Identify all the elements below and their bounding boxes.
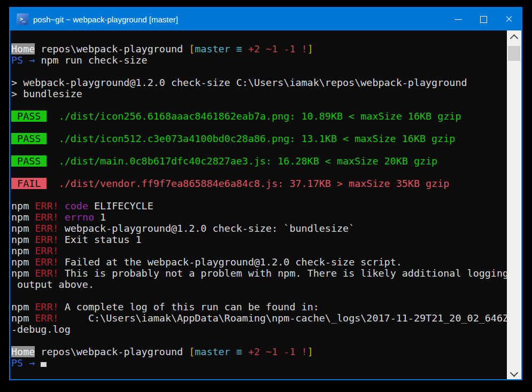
terminal-text: > bundlesize bbox=[11, 88, 82, 99]
fail-badge: FAIL bbox=[11, 178, 47, 189]
npm-err-label: ERR! bbox=[35, 234, 64, 245]
terminal-line bbox=[11, 189, 507, 200]
npm-err-label: ERR! bbox=[35, 268, 64, 279]
terminal-text: npm bbox=[11, 268, 35, 279]
git-status-counts: +2 ~1 -1 ! bbox=[248, 346, 307, 357]
terminal-text: npm bbox=[11, 211, 35, 223]
terminal-text: -debug.log bbox=[11, 324, 71, 335]
err-code-text: errno bbox=[65, 211, 100, 223]
terminal-line: PS → bbox=[11, 357, 507, 369]
scrollbar-thumb[interactable] bbox=[508, 46, 520, 61]
terminal-line bbox=[11, 167, 507, 178]
window-controls bbox=[446, 8, 521, 30]
terminal-output[interactable]: Home repos\webpack-playground [master ≡ … bbox=[10, 30, 507, 379]
terminal-text: npm bbox=[11, 223, 35, 234]
chevron-down-icon bbox=[510, 369, 519, 377]
terminal-line bbox=[11, 335, 507, 346]
terminal-line: npm ERR! bbox=[11, 245, 507, 256]
terminal-line: npm ERR! C:\Users\iamak\AppData\Roaming\… bbox=[11, 312, 507, 324]
window-title: posh~git ~ webpack-playground [master] bbox=[33, 15, 178, 24]
terminal-line: output above. bbox=[11, 279, 507, 290]
pass-text: ./dist/icon256.6168aaac8461862eab7a.png:… bbox=[47, 111, 461, 122]
terminal-line: PASS ./dist/icon256.6168aaac8461862eab7a… bbox=[11, 111, 507, 122]
terminal-line: npm ERR! Exit status 1 bbox=[11, 234, 507, 245]
terminal-line bbox=[11, 99, 507, 111]
err-code-text: code bbox=[65, 200, 94, 211]
title-bar: >_ posh~git ~ webpack-playground [master… bbox=[10, 8, 521, 30]
ps-prompt: PS → bbox=[11, 54, 41, 66]
git-branch-name: master ≡ bbox=[195, 346, 248, 357]
terminal-line: npm ERR! code ELIFECYCLE bbox=[11, 200, 507, 211]
scrollbar[interactable] bbox=[507, 30, 521, 379]
terminal-text: Failed at the webpack-playground@1.2.0 c… bbox=[65, 256, 402, 268]
terminal-line: PASS ./dist/main.0c8b617dfc40c2827ae3.js… bbox=[11, 155, 507, 167]
terminal-line: FAIL ./dist/vendor.ff9f7ea865884e6a84c8.… bbox=[11, 178, 507, 189]
terminal-line bbox=[11, 66, 507, 77]
terminal-text: npm bbox=[11, 301, 35, 312]
terminal-line: npm ERR! This is probably not a problem … bbox=[11, 268, 507, 279]
terminal-line: Home repos\webpack-playground [master ≡ … bbox=[11, 43, 507, 54]
terminal-text: This is probably not a problem with npm.… bbox=[65, 268, 507, 279]
npm-err-label: ERR! bbox=[35, 301, 64, 312]
home-badge: Home bbox=[11, 346, 35, 357]
pass-badge: PASS bbox=[11, 133, 47, 144]
terminal-window: >_ posh~git ~ webpack-playground [master… bbox=[9, 7, 522, 380]
home-badge: Home bbox=[11, 43, 35, 54]
terminal-line bbox=[11, 144, 507, 155]
git-branch-name: master ≡ bbox=[195, 43, 248, 54]
terminal-line: npm ERR! errno 1 bbox=[11, 211, 507, 223]
terminal-text: A complete log of this run can be found … bbox=[65, 301, 319, 312]
terminal-line: PASS ./dist/icon512.c3e073a4100bd0c28a86… bbox=[11, 133, 507, 144]
terminal-text: Exit status 1 bbox=[65, 234, 142, 245]
terminal-text: npm bbox=[11, 200, 35, 211]
terminal-text: output above. bbox=[11, 279, 94, 290]
npm-err-label: ERR! bbox=[35, 245, 58, 256]
terminal-text: repos\webpack-playground bbox=[35, 43, 189, 54]
terminal-text: 1 bbox=[100, 211, 106, 223]
maximize-icon bbox=[480, 16, 487, 23]
git-status-counts: +2 ~1 -1 ! bbox=[248, 43, 307, 54]
pass-text: ./dist/main.0c8b617dfc40c2827ae3.js: 16.… bbox=[47, 155, 437, 167]
window-body: Home repos\webpack-playground [master ≡ … bbox=[10, 30, 521, 379]
terminal-text: ELIFECYCLE bbox=[94, 200, 153, 211]
scroll-down-button[interactable] bbox=[507, 365, 521, 379]
terminal-line: Home repos\webpack-playground [master ≡ … bbox=[11, 346, 507, 357]
terminal-text: npm bbox=[11, 312, 35, 324]
terminal-text: webpack-playground@1.2.0 check-size: `bu… bbox=[65, 223, 355, 234]
terminal-text: npm run check-size bbox=[41, 54, 147, 66]
git-bracket: ] bbox=[307, 346, 313, 357]
npm-err-label: ERR! bbox=[35, 200, 64, 211]
pass-text: ./dist/icon512.c3e073a4100bd0c28a86.png:… bbox=[47, 133, 455, 144]
git-bracket: ] bbox=[307, 43, 313, 54]
npm-err-label: ERR! bbox=[35, 211, 64, 223]
scroll-up-button[interactable] bbox=[507, 30, 521, 45]
terminal-text: npm bbox=[11, 245, 35, 256]
maximize-button[interactable] bbox=[471, 8, 496, 30]
terminal-text: C:\Users\iamak\AppData\Roaming\npm-cache… bbox=[59, 312, 507, 324]
pass-badge: PASS bbox=[11, 155, 47, 167]
terminal-line: npm ERR! webpack-playground@1.2.0 check-… bbox=[11, 223, 507, 234]
npm-err-label: ERR! bbox=[35, 256, 64, 268]
terminal-line: -debug.log bbox=[11, 324, 507, 335]
terminal-line: > bundlesize bbox=[11, 88, 507, 99]
pass-badge: PASS bbox=[11, 111, 47, 122]
git-bracket: [ bbox=[189, 346, 195, 357]
npm-err-label: ERR! bbox=[35, 312, 58, 324]
npm-err-label: ERR! bbox=[35, 223, 64, 234]
close-icon bbox=[505, 15, 513, 23]
terminal-line: npm ERR! Failed at the webpack-playgroun… bbox=[11, 256, 507, 268]
terminal-text: > webpack-playground@1.2.0 check-size C:… bbox=[11, 77, 467, 88]
fail-text: ./dist/vendor.ff9f7ea865884e6a84c8.js: 3… bbox=[47, 178, 449, 189]
terminal-line bbox=[11, 290, 507, 301]
terminal-text: repos\webpack-playground bbox=[35, 346, 189, 357]
terminal-line: PS → npm run check-size bbox=[11, 54, 507, 66]
terminal-line bbox=[11, 122, 507, 133]
git-bracket: [ bbox=[189, 43, 195, 54]
terminal-line: > webpack-playground@1.2.0 check-size C:… bbox=[11, 77, 507, 88]
terminal-text: npm bbox=[11, 256, 35, 268]
powershell-icon[interactable]: >_ bbox=[16, 13, 29, 25]
close-button[interactable] bbox=[496, 8, 521, 30]
minimize-button[interactable] bbox=[446, 8, 471, 30]
terminal-text: npm bbox=[11, 234, 35, 245]
terminal-cursor bbox=[41, 362, 47, 367]
